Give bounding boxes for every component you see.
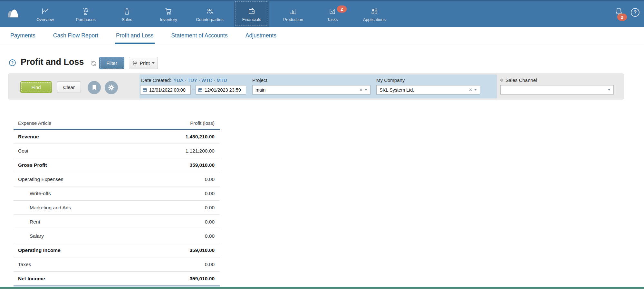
nav-item-overview[interactable]: Overview <box>26 1 64 27</box>
save-filter-button[interactable] <box>88 81 101 94</box>
filter-settings-button[interactable] <box>105 81 118 94</box>
table-row: Operating Income359,010.00 <box>14 243 220 257</box>
sales-channel-combobox[interactable] <box>500 85 614 95</box>
financials-subnav: Payments Cash Flow Report Profit and Los… <box>0 27 644 44</box>
nav-item-production[interactable]: Production <box>274 1 312 27</box>
calendar-icon <box>142 87 147 92</box>
project-clear-icon[interactable]: × <box>360 87 362 93</box>
filter-button[interactable]: Filter <box>99 57 124 69</box>
row-value: 1,480,210.00 <box>185 134 215 140</box>
project-dropdown-icon[interactable] <box>365 89 367 91</box>
print-button[interactable]: Print <box>129 57 158 69</box>
report-table-rows: Revenue1,480,210.00Cost1,121,200.00Gross… <box>14 130 220 286</box>
row-label: Salary <box>18 233 44 239</box>
row-value: 0.00 <box>205 219 215 225</box>
mountains-logo-icon <box>5 8 21 18</box>
app-logo[interactable] <box>5 8 21 18</box>
page-help-icon[interactable]: ? <box>9 59 16 66</box>
sales-channel-label: Sales Channel <box>505 77 537 83</box>
subnav-tab-payments[interactable]: Payments <box>10 32 35 39</box>
page-title: Profit and Loss <box>21 57 84 67</box>
shopping-bag-icon <box>123 7 131 15</box>
bottom-accent-bar <box>0 287 644 289</box>
date-preset-mtd[interactable]: MTD <box>216 77 227 83</box>
row-label: Operating Expenses <box>18 176 63 182</box>
preset-separator: · <box>198 77 200 83</box>
filter-panel: Find Clear Date Created: YDA·TDY·WTD·MTD… <box>8 73 624 100</box>
row-value: 359,010.00 <box>189 276 215 282</box>
row-label: Net Income <box>18 276 45 282</box>
calendar-icon <box>198 87 203 92</box>
company-group: My Company <box>376 77 405 83</box>
printer-icon <box>132 60 138 66</box>
nav-item-purchases[interactable]: Purchases <box>66 1 105 27</box>
clear-button[interactable]: Clear <box>57 81 81 93</box>
filter-fields-panel: Date Created: YDA·TDY·WTD·MTD – Project … <box>139 75 497 98</box>
date-from-field[interactable] <box>140 85 191 95</box>
table-row: Taxes0.00 <box>14 257 220 272</box>
table-row: Operating Expenses0.00 <box>14 172 220 186</box>
row-value: 0.00 <box>205 233 215 239</box>
date-created-group: Date Created: YDA·TDY·WTD·MTD <box>141 77 227 83</box>
nav-item-sales[interactable]: Sales <box>108 1 146 27</box>
row-label: Rent <box>18 219 40 225</box>
nav-item-financials[interactable]: Financials <box>234 0 269 27</box>
project-group: Project <box>252 77 267 83</box>
nav-item-counterparties[interactable]: Counterparties <box>190 1 229 27</box>
date-to-input[interactable] <box>205 87 244 93</box>
row-label: Cost <box>18 148 28 154</box>
nav-item-tasks[interactable]: Tasks 2 <box>313 1 352 27</box>
find-button[interactable]: Find <box>20 81 52 93</box>
date-preset-tdy[interactable]: TDY <box>187 77 197 83</box>
row-value: 0.00 <box>205 262 215 267</box>
checkbox-icon <box>328 7 337 15</box>
project-input[interactable] <box>255 87 357 93</box>
sales-channel-input[interactable] <box>504 87 606 93</box>
row-label: Gross Profit <box>18 162 47 168</box>
sales-channel-group: Sales Channel <box>500 77 537 83</box>
help-icon[interactable]: ? <box>631 8 639 17</box>
date-presets: YDA·TDY·WTD·MTD <box>173 77 227 83</box>
nav-item-inventory[interactable]: Inventory <box>149 1 188 27</box>
hand-truck-icon <box>82 7 90 15</box>
date-to-field[interactable] <box>196 85 246 95</box>
sales-channel-dropdown-icon[interactable] <box>608 89 610 91</box>
column-header-profit-loss: Profit (loss) <box>190 120 215 126</box>
column-header-expense-article: Expense Article <box>18 120 51 126</box>
nav-item-applications[interactable]: Applications <box>355 1 394 27</box>
table-row: Gross Profit359,010.00 <box>14 158 220 172</box>
bar-chart-icon <box>289 7 297 15</box>
subnav-tab-adjustments[interactable]: Adjustments <box>245 32 276 39</box>
company-label: My Company <box>376 77 405 83</box>
row-label: Revenue <box>18 134 39 140</box>
row-label: Operating Income <box>18 247 61 253</box>
preset-separator: · <box>214 77 215 83</box>
subnav-tab-profit-and-loss[interactable]: Profit and Loss <box>116 32 154 39</box>
table-row: Revenue1,480,210.00 <box>14 130 220 144</box>
table-row: Marketing and Ads.0.00 <box>14 201 220 215</box>
table-row: Net Income359,010.00 <box>14 272 220 285</box>
row-label: Taxes <box>18 262 31 267</box>
date-created-label: Date Created: <box>141 77 171 83</box>
notifications-count-badge[interactable]: 2 <box>617 14 627 21</box>
company-dropdown-icon[interactable] <box>474 89 477 91</box>
row-value: 1,121,200.00 <box>185 148 215 154</box>
subnav-tab-statement-of-accounts[interactable]: Statement of Accounts <box>171 32 228 39</box>
date-from-input[interactable] <box>149 87 188 93</box>
company-clear-icon[interactable]: × <box>469 87 472 93</box>
table-row: Salary0.00 <box>14 229 220 243</box>
row-value: 359,010.00 <box>189 247 215 253</box>
preset-separator: · <box>185 77 186 83</box>
refresh-icon[interactable] <box>91 60 97 66</box>
row-label: Write-offs <box>18 191 51 196</box>
project-label: Project <box>252 77 267 83</box>
subnav-tab-cash-flow-report[interactable]: Cash Flow Report <box>53 32 98 39</box>
date-preset-yda[interactable]: YDA <box>173 77 183 83</box>
tasks-count-badge: 2 <box>337 5 347 13</box>
project-combobox[interactable]: × <box>252 85 370 95</box>
company-combobox[interactable]: × <box>376 85 480 95</box>
nav-label: Overview <box>36 17 54 22</box>
date-preset-wtd[interactable]: WTD <box>201 77 212 83</box>
company-input[interactable] <box>380 87 467 93</box>
app-grid-icon <box>370 7 379 15</box>
